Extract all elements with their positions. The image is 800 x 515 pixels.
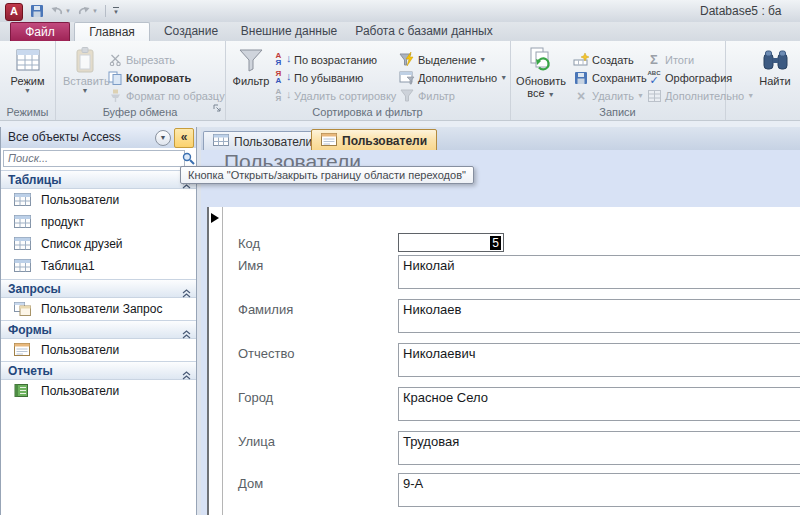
- shutter-bar-button[interactable]: «: [174, 128, 194, 148]
- totals-button[interactable]: Σ Итоги: [645, 51, 694, 68]
- nav-item-table-polzovateli[interactable]: Пользователи: [1, 189, 197, 210]
- tooltip: Кнопка "Открыть/закрыть границу области …: [180, 166, 474, 184]
- selection-label: Выделение: [418, 54, 476, 66]
- copy-button[interactable]: Копировать: [106, 69, 191, 86]
- nav-pane-menu-button[interactable]: ▼: [155, 130, 171, 146]
- tab-home[interactable]: Главная: [74, 22, 150, 42]
- section-queries[interactable]: Запросы: [1, 279, 197, 298]
- group-clipboard: Вставить ▼ Вырезать Копировать Формат п: [55, 41, 226, 120]
- sort-descending-icon: ЯА↓: [274, 70, 292, 85]
- refresh-all-button[interactable]: Обновить все ▼: [515, 45, 567, 101]
- field-label-kod: Код: [238, 236, 260, 251]
- paste-dropdown-arrow: ▼: [63, 87, 107, 95]
- field-label-familiya: Фамилия: [238, 302, 293, 317]
- filter-button[interactable]: Фильтр: [231, 45, 271, 87]
- paste-button[interactable]: Вставить ▼: [63, 45, 107, 95]
- format-painter-button[interactable]: Формат по образцу: [106, 87, 225, 104]
- advanced-filter-icon: [398, 70, 416, 85]
- field-input-otchestvo[interactable]: Николаевич: [398, 343, 800, 377]
- section-tables[interactable]: Таблицы: [1, 170, 197, 189]
- group-find: Найти: [725, 41, 800, 120]
- current-record-arrow-icon: [211, 213, 219, 223]
- doc-tab-form-polzovateli[interactable]: Пользователи: [311, 129, 437, 152]
- redo-icon: [77, 6, 91, 17]
- new-record-icon: [572, 53, 590, 67]
- format-painter-icon: [106, 89, 124, 102]
- query-icon: [14, 302, 34, 316]
- sort-descending-label: По убыванию: [294, 72, 363, 84]
- totals-label: Итоги: [665, 54, 694, 66]
- nav-search-row: Поиск...: [1, 148, 197, 169]
- section-reports[interactable]: Отчеты: [1, 361, 197, 380]
- save-record-label: Сохранить: [592, 72, 647, 84]
- undo-dropdown-arrow[interactable]: ▼: [65, 8, 71, 14]
- doc-tab-label: Пользователи: [234, 135, 312, 149]
- copy-button-label: Копировать: [126, 72, 191, 84]
- new-record-button[interactable]: Создать: [572, 51, 634, 68]
- access-app-icon[interactable]: A: [5, 3, 23, 21]
- tab-external-data[interactable]: Внешние данные: [234, 22, 344, 41]
- advanced-filter-button[interactable]: Дополнительно ▼: [398, 69, 507, 86]
- nav-item-table-spisok-druzey[interactable]: Список друзей: [1, 233, 197, 254]
- clipboard-dialog-launcher[interactable]: [212, 99, 222, 117]
- tab-file[interactable]: Файл: [10, 22, 70, 42]
- field-input-gorod[interactable]: Красное Село: [398, 387, 800, 421]
- table-icon: [213, 134, 229, 149]
- redo-dropdown-arrow[interactable]: ▼: [92, 8, 98, 14]
- spelling-button[interactable]: ABC✓ Орфография: [645, 69, 732, 86]
- cut-button[interactable]: Вырезать: [106, 51, 175, 68]
- find-button[interactable]: Найти: [752, 45, 798, 87]
- view-button[interactable]: Режим ▼: [6, 45, 49, 95]
- field-label-gorod: Город: [238, 390, 273, 405]
- access-window: A ▼ ▼ ▼ Database5 : ба Файл Главная Созд…: [0, 0, 800, 515]
- nav-item-label: Пользователи: [41, 343, 119, 357]
- spelling-label: Орфография: [665, 72, 732, 84]
- document-tab-bar: Пользователи Пользователи: [201, 127, 800, 151]
- view-dropdown-arrow: ▼: [6, 87, 49, 95]
- clear-sort-button[interactable]: АЯ↓ Удалить сортировку: [274, 87, 396, 104]
- undo-button[interactable]: ▼: [48, 5, 73, 18]
- sort-ascending-button[interactable]: АЯ↓ По возрастанию: [274, 51, 377, 68]
- field-input-imya[interactable]: Николай: [398, 255, 800, 289]
- save-button[interactable]: [28, 3, 46, 19]
- save-record-button[interactable]: Сохранить: [572, 69, 647, 86]
- nav-item-label: Список друзей: [41, 237, 123, 251]
- nav-pane-header[interactable]: Все объекты Access ▼ «: [1, 127, 197, 149]
- form-icon: [321, 133, 337, 149]
- ribbon: Режим ▼ Режимы Вставить ▼ Вырезать: [0, 41, 800, 121]
- toggle-filter-button[interactable]: Фильтр: [398, 87, 455, 104]
- delete-record-button[interactable]: × Удалить ▼: [572, 87, 644, 104]
- sort-descending-button[interactable]: ЯА↓ По убыванию: [274, 69, 363, 86]
- advanced-dropdown-arrow: ▼: [500, 74, 507, 81]
- field-input-kod[interactable]: 5: [398, 233, 504, 252]
- nav-item-query-polzovateli[interactable]: Пользователи Запрос: [1, 298, 197, 319]
- nav-item-form-polzovateli[interactable]: Пользователи: [1, 339, 197, 360]
- format-painter-label: Формат по образцу: [126, 90, 225, 102]
- tab-create[interactable]: Создание: [152, 22, 230, 41]
- table-icon: [14, 215, 34, 228]
- field-input-ulitsa[interactable]: Трудовая: [398, 431, 800, 465]
- selection-button[interactable]: Выделение ▼: [398, 51, 486, 68]
- field-input-familiya[interactable]: Николаев: [398, 299, 800, 333]
- nav-item-table-tablitsa1[interactable]: Таблица1: [1, 255, 197, 276]
- section-forms[interactable]: Формы: [1, 320, 197, 339]
- table-icon: [14, 237, 34, 250]
- doc-tab-table-polzovateli[interactable]: Пользователи: [203, 131, 322, 151]
- binoculars-icon: [752, 45, 798, 75]
- nav-item-report-polzovateli[interactable]: Пользователи: [1, 380, 197, 401]
- nav-item-table-produkt[interactable]: продукт: [1, 211, 197, 232]
- field-input-dom[interactable]: 9-А: [398, 473, 800, 507]
- record-selector-bar[interactable]: [207, 207, 223, 515]
- section-forms-title: Формы: [8, 323, 52, 337]
- search-input[interactable]: Поиск...: [3, 150, 185, 167]
- clear-sort-label: Удалить сортировку: [294, 90, 396, 102]
- redo-button[interactable]: ▼: [75, 5, 100, 18]
- customize-qat-button[interactable]: ▼: [111, 6, 121, 17]
- spelling-icon: ABC✓: [645, 70, 663, 85]
- group-views: Режим ▼ Режимы: [0, 41, 56, 120]
- refresh-all-label: Обновить все: [516, 75, 566, 99]
- funnel-icon: [231, 45, 271, 75]
- clipboard-icon: [63, 45, 107, 75]
- save-record-icon: [572, 71, 590, 85]
- tab-database-tools[interactable]: Работа с базами данных: [348, 22, 500, 41]
